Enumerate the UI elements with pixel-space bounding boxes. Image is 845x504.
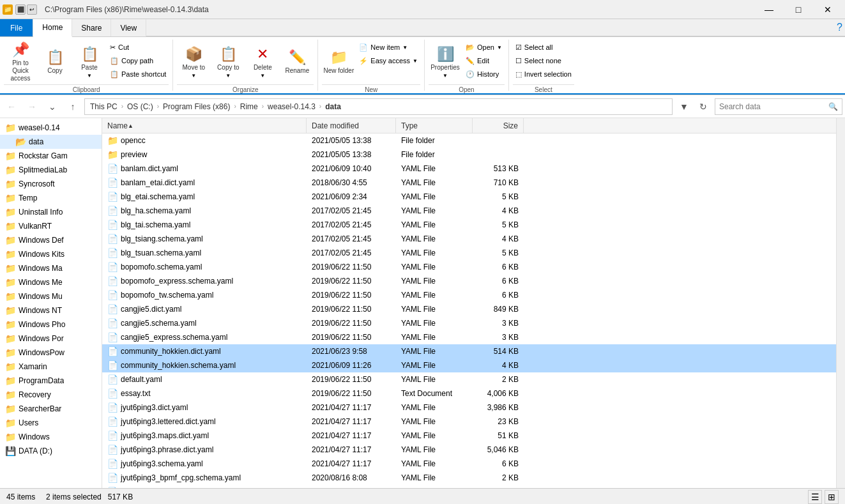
new-item-button[interactable]: 📄 New item ▼	[356, 41, 420, 54]
tab-file[interactable]: File	[0, 19, 33, 36]
sidebar-item-16[interactable]: 📁WindowsPow	[0, 346, 102, 360]
col-header-type[interactable]: Type	[396, 118, 473, 133]
table-row[interactable]: 📄jyut6ping3.maps.dict.yaml 2021/04/27 11…	[102, 429, 836, 443]
search-bar[interactable]: 🔍	[715, 98, 842, 115]
sidebar-item-14[interactable]: 📁Windows Pho	[0, 317, 102, 332]
sidebar-item-8[interactable]: 📁Windows Def	[0, 233, 102, 247]
sidebar-item-7[interactable]: 📁VulkanRT	[0, 219, 102, 233]
table-row[interactable]: 📄blg_etai.schema.yaml 2021/06/09 2:34 YA…	[102, 190, 836, 204]
table-row[interactable]: 📄cangjie5_express.schema.yaml 2019/06/22…	[102, 330, 836, 344]
delete-button[interactable]: ✕ Delete ▼	[246, 41, 279, 83]
refresh-button[interactable]: ↻	[694, 98, 712, 116]
breadcrumb-thispc[interactable]: This PC	[90, 102, 118, 111]
pin-to-quick-access-button[interactable]: 📌 Pin to Quick access	[4, 41, 37, 83]
table-row[interactable]: 📄jyut6ping3_bpmf_ng.schema.yaml 2020/08/…	[102, 485, 836, 488]
sidebar-item-1[interactable]: 📂data	[0, 135, 102, 149]
table-row[interactable]: 📁preview 2021/05/05 13:38 File folder	[102, 148, 836, 162]
open-button[interactable]: 📂 Open ▼	[463, 41, 505, 54]
sidebar-item-18[interactable]: 📁ProgramData	[0, 374, 102, 388]
copy-to-button[interactable]: 📋 Copy to ▼	[211, 41, 245, 83]
sidebar-item-15[interactable]: 📁Windows Por	[0, 332, 102, 346]
search-input[interactable]	[719, 102, 826, 111]
tab-home[interactable]: Home	[33, 19, 72, 37]
table-row[interactable]: 📄bopomofo_express.schema.yaml 2019/06/22…	[102, 274, 836, 288]
new-folder-button[interactable]: 📁 New folder	[322, 41, 355, 83]
easy-access-button[interactable]: ⚡ Easy access ▼	[356, 54, 420, 67]
breadcrumb-rime[interactable]: Rime	[240, 102, 258, 111]
table-row[interactable]: 📄blg_tsiang.schema.yaml 2017/02/05 21:45…	[102, 232, 836, 246]
table-row[interactable]: 📄banlam_etai.dict.yaml 2018/06/30 4:55 Y…	[102, 176, 836, 190]
tab-share[interactable]: Share	[72, 19, 111, 36]
sidebar-item-6[interactable]: 📁Uninstall Info	[0, 205, 102, 219]
col-header-date[interactable]: Date modified	[307, 118, 396, 133]
sidebar-item-23[interactable]: 💾DATA (D:)	[0, 444, 102, 458]
breadcrumb-programfiles[interactable]: Program Files (x86)	[163, 102, 230, 111]
maximize-button[interactable]: □	[784, 0, 813, 19]
sidebar-item-20[interactable]: 📁SearcherBar	[0, 402, 102, 416]
dropdown-arrow[interactable]: ▼	[675, 98, 693, 116]
rename-button[interactable]: ✏️ Rename	[280, 41, 314, 83]
table-row[interactable]: 📄essay.txt 2019/06/22 11:50 Text Documen…	[102, 386, 836, 401]
sidebar-item-3[interactable]: 📁SplitmediaLab	[0, 163, 102, 177]
sidebar-item-2[interactable]: 📁Rockstar Gam	[0, 149, 102, 163]
breadcrumb-osc[interactable]: OS (C:)	[127, 102, 153, 111]
sidebar-item-5[interactable]: 📁Temp	[0, 191, 102, 205]
sidebar-item-9[interactable]: 📁Windows Kits	[0, 247, 102, 261]
sidebar-item-13[interactable]: 📁Windows NT	[0, 303, 102, 317]
table-row[interactable]: 📄jyut6ping3.lettered.dict.yaml 2021/04/2…	[102, 415, 836, 429]
copy-button-large[interactable]: 📋 Copy	[38, 41, 72, 83]
table-row[interactable]: 📄blg_ha.schema.yaml 2017/02/05 21:45 YAM…	[102, 204, 836, 218]
select-all-button[interactable]: ☑ Select all	[513, 41, 574, 54]
breadcrumb-data[interactable]: data	[325, 102, 341, 111]
table-row[interactable]: 📄community_hokkien.schema.yaml 2021/06/0…	[102, 358, 836, 372]
table-row[interactable]: 📄cangjie5.schema.yaml 2019/06/22 11:50 Y…	[102, 316, 836, 330]
sidebar-item-0[interactable]: 📁weasel-0.14	[0, 121, 102, 135]
table-row[interactable]: 📄jyut6ping3.schema.yaml 2021/04/27 11:17…	[102, 457, 836, 471]
sidebar-item-10[interactable]: 📁Windows Ma	[0, 261, 102, 275]
undo-btn[interactable]: ↩	[27, 4, 37, 15]
table-row[interactable]: 📄jyut6ping3.dict.yaml 2021/04/27 11:17 Y…	[102, 401, 836, 415]
breadcrumb-weasel[interactable]: weasel-0.14.3	[268, 102, 316, 111]
scrollbar[interactable]	[836, 118, 845, 488]
sidebar-item-21[interactable]: 📁Users	[0, 416, 102, 430]
col-header-name[interactable]: Name ▲	[102, 118, 307, 133]
edit-button[interactable]: ✏️ Edit	[463, 54, 505, 67]
move-to-button[interactable]: 📦 Move to ▼	[177, 41, 210, 83]
table-row[interactable]: 📁opencc 2021/05/05 13:38 File folder	[102, 134, 836, 148]
table-row[interactable]: 📄default.yaml 2019/06/22 11:50 YAML File…	[102, 372, 836, 386]
table-row[interactable]: 📄blg_tai.schema.yaml 2017/02/05 21:45 YA…	[102, 218, 836, 232]
quick-access-btn[interactable]: ⬛	[15, 4, 26, 15]
paste-button-large[interactable]: 📋 Paste ▼	[73, 41, 106, 83]
help-button[interactable]: ?	[837, 22, 842, 33]
table-row[interactable]: 📄cangjie5.dict.yaml 2019/06/22 11:50 YAM…	[102, 302, 836, 316]
large-icons-view-button[interactable]: ⊞	[825, 490, 839, 504]
sidebar-item-12[interactable]: 📁Windows Mu	[0, 289, 102, 303]
close-button[interactable]: ✕	[813, 0, 842, 19]
details-view-button[interactable]: ☰	[808, 490, 822, 504]
sidebar-item-22[interactable]: 📁Windows	[0, 430, 102, 444]
table-row[interactable]: 📄jyut6ping3.phrase.dict.yaml 2021/04/27 …	[102, 443, 836, 457]
copy-path-button[interactable]: 📋 Copy path	[107, 54, 169, 67]
tab-view[interactable]: View	[111, 19, 146, 36]
forward-button[interactable]: →	[23, 98, 41, 116]
recent-locations-button[interactable]: ⌄	[43, 98, 61, 116]
sidebar-item-4[interactable]: 📁Syncrosoft	[0, 177, 102, 191]
col-header-size[interactable]: Size	[473, 118, 524, 133]
table-row[interactable]: 📄bopomofo.schema.yaml 2019/06/22 11:50 Y…	[102, 260, 836, 274]
sidebar-item-11[interactable]: 📁Windows Me	[0, 275, 102, 289]
address-bar[interactable]: This PC › OS (C:) › Program Files (x86) …	[84, 98, 673, 115]
table-row[interactable]: 📄jyut6ping3_bpmf_cpg.schema.yaml 2020/08…	[102, 471, 836, 485]
cut-button[interactable]: ✂ Cut	[107, 41, 169, 54]
minimize-button[interactable]: —	[754, 0, 784, 19]
table-row[interactable]: 📄banlam.dict.yaml 2021/06/09 10:40 YAML …	[102, 162, 836, 176]
sidebar-item-17[interactable]: 📁Xamarin	[0, 360, 102, 374]
sidebar-item-19[interactable]: 📁Recovery	[0, 388, 102, 402]
invert-selection-button[interactable]: ⬚ Invert selection	[513, 68, 574, 80]
paste-shortcut-button[interactable]: 📋 Paste shortcut	[107, 68, 169, 80]
table-row[interactable]: 📄community_hokkien.dict.yaml 2021/06/23 …	[102, 344, 836, 358]
table-row[interactable]: 📄blg_tsuan.schema.yaml 2017/02/05 21:45 …	[102, 246, 836, 260]
up-button[interactable]: ↑	[64, 98, 82, 116]
history-button[interactable]: 🕐 History	[463, 68, 505, 80]
select-none-button[interactable]: ☐ Select none	[513, 54, 574, 67]
back-button[interactable]: ←	[3, 98, 20, 116]
